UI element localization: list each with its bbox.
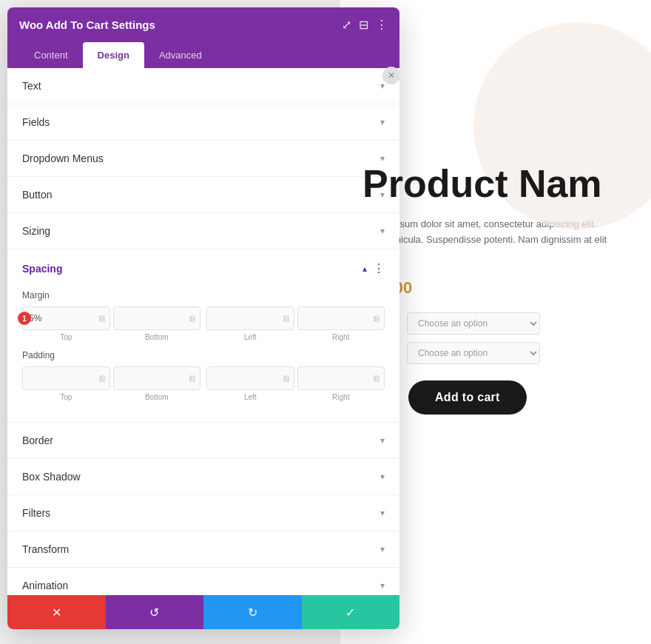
color-select[interactable]: Choose an option xyxy=(407,312,540,335)
columns-icon[interactable]: ⊟ xyxy=(359,18,368,32)
margin-bottom-wrapper: ⛓ xyxy=(113,306,201,330)
tab-content[interactable]: Content xyxy=(19,42,83,68)
margin-left-input[interactable] xyxy=(206,306,294,330)
section-text[interactable]: Text ▾ xyxy=(7,68,399,104)
tab-design[interactable]: Design xyxy=(83,42,144,68)
section-transform[interactable]: Transform ▾ xyxy=(7,531,399,568)
padding-tb-sublabels: Top Bottom xyxy=(22,393,200,401)
color-option-row: color Choose an option xyxy=(362,312,629,335)
margin-right-wrapper: ⛓ xyxy=(297,306,385,330)
padding-left-sublabel: Left xyxy=(206,393,294,401)
section-fields[interactable]: Fields ▾ xyxy=(7,104,399,141)
spacing-section: Spacing ▴ ⋮ Margin 1 ⛓ xyxy=(7,249,399,423)
spacing-header-right: ▴ ⋮ xyxy=(362,261,385,275)
border-chevron-icon: ▾ xyxy=(380,435,385,446)
section-dropdown-label: Dropdown Menus xyxy=(22,152,104,164)
section-dropdown-menus[interactable]: Dropdown Menus ▾ xyxy=(7,141,399,177)
spacing-header[interactable]: Spacing ▴ ⋮ xyxy=(7,249,399,287)
padding-left-link-icon: ⛓ xyxy=(283,375,290,383)
expand-icon[interactable]: ⤢ xyxy=(342,18,351,32)
margin-tb-sublabels: Top Bottom xyxy=(22,333,200,341)
product-price: $75.00 xyxy=(362,278,629,298)
padding-top-bottom-pair: ⛓ ⛓ xyxy=(22,366,200,390)
margin-lr-sublabels: Left Right xyxy=(206,333,385,341)
padding-sublabels: Top Bottom Left Right xyxy=(22,393,385,401)
fields-chevron-icon: ▾ xyxy=(380,117,385,127)
padding-left-right-pair: ⛓ ⛓ xyxy=(206,366,385,390)
panel-close-button[interactable]: ✕ xyxy=(382,67,399,84)
margin-right-link-icon: ⛓ xyxy=(373,315,380,323)
section-sizing-label: Sizing xyxy=(22,225,50,237)
section-animation[interactable]: Animation ▾ xyxy=(7,568,399,595)
spacing-content: Margin 1 ⛓ ⛓ xyxy=(7,287,399,422)
margin-left-right-pair: ⛓ ⛓ xyxy=(206,306,385,330)
margin-top-bottom-pair: ⛓ ⛓ xyxy=(22,306,200,330)
cancel-button[interactable]: ✕ xyxy=(7,595,106,629)
spacing-chevron-icon: ▴ xyxy=(362,264,367,274)
section-border[interactable]: Border ▾ xyxy=(7,423,399,459)
padding-right-wrapper: ⛓ xyxy=(297,366,385,390)
padding-top-sublabel: Top xyxy=(22,393,110,401)
padding-bottom-sublabel: Bottom xyxy=(113,393,201,401)
padding-label: Padding xyxy=(22,350,385,360)
section-box-shadow[interactable]: Box Shadow ▾ xyxy=(7,459,399,495)
padding-right-sublabel: Right xyxy=(297,393,385,401)
undo-button[interactable]: ↺ xyxy=(106,595,204,629)
margin-bottom-input[interactable] xyxy=(113,306,201,330)
margin-right-sublabel: Right xyxy=(297,333,385,341)
section-button-label: Button xyxy=(22,189,52,201)
margin-top-input[interactable] xyxy=(22,306,110,330)
section-filters[interactable]: Filters ▾ xyxy=(7,495,399,531)
padding-top-wrapper: ⛓ xyxy=(22,366,110,390)
product-name: Product Nam xyxy=(362,163,629,205)
padding-inputs: ⛓ ⛓ ⛓ ⛓ xyxy=(22,366,385,390)
margin-badge: 1 xyxy=(18,312,31,325)
section-border-label: Border xyxy=(22,435,53,446)
padding-top-input[interactable] xyxy=(22,366,110,390)
transform-chevron-icon: ▾ xyxy=(380,544,385,554)
size-select[interactable]: Choose an option xyxy=(407,342,540,364)
redo-button[interactable]: ↻ xyxy=(203,595,302,629)
padding-bottom-wrapper: ⛓ xyxy=(113,366,201,390)
section-sizing[interactable]: Sizing ▾ xyxy=(7,213,399,249)
animation-chevron-icon: ▾ xyxy=(380,580,385,591)
section-box-shadow-label: Box Shadow xyxy=(22,471,81,483)
section-fields-label: Fields xyxy=(22,116,50,128)
padding-bottom-input[interactable] xyxy=(113,366,201,390)
add-to-cart-button[interactable]: Add to cart xyxy=(408,380,527,415)
sizing-chevron-icon: ▾ xyxy=(380,226,385,236)
section-text-label: Text xyxy=(22,80,41,92)
spacing-title: Spacing xyxy=(22,263,62,275)
text-chevron-icon: ▾ xyxy=(380,81,385,91)
spacing-more-icon[interactable]: ⋮ xyxy=(373,261,385,275)
margin-sublabels: Top Bottom Left Right xyxy=(22,333,385,341)
margin-row: 1 ⛓ ⛓ xyxy=(22,306,385,330)
panel-header: Woo Add To Cart Settings ⤢ ⊟ ⋮ xyxy=(7,7,399,42)
panel-header-icons: ⤢ ⊟ ⋮ xyxy=(342,18,388,32)
padding-bottom-link-icon: ⛓ xyxy=(189,375,196,383)
filters-chevron-icon: ▾ xyxy=(380,508,385,518)
padding-left-wrapper: ⛓ xyxy=(206,366,294,390)
margin-right-input[interactable] xyxy=(297,306,385,330)
tabs: Content Design Advanced xyxy=(7,42,399,68)
section-button[interactable]: Button ▾ xyxy=(7,177,399,213)
padding-lr-sublabels: Left Right xyxy=(206,393,385,401)
padding-right-input[interactable] xyxy=(297,366,385,390)
margin-left-link-icon: ⛓ xyxy=(283,315,290,323)
more-icon[interactable]: ⋮ xyxy=(376,18,388,32)
save-button[interactable]: ✓ xyxy=(302,595,400,629)
margin-top-sublabel: Top xyxy=(22,333,110,341)
box-shadow-chevron-icon: ▾ xyxy=(380,472,385,482)
tab-advanced[interactable]: Advanced xyxy=(144,42,217,68)
section-transform-label: Transform xyxy=(22,543,69,555)
section-filters-label: Filters xyxy=(22,507,50,519)
padding-right-link-icon: ⛓ xyxy=(373,375,380,383)
padding-left-input[interactable] xyxy=(206,366,294,390)
section-animation-label: Animation xyxy=(22,580,68,591)
panel-title: Woo Add To Cart Settings xyxy=(19,19,155,31)
margin-left-sublabel: Left xyxy=(206,333,294,341)
settings-panel: Woo Add To Cart Settings ⤢ ⊟ ⋮ Content D… xyxy=(7,7,399,629)
padding-top-link-icon: ⛓ xyxy=(98,375,106,383)
product-options: color Choose an option size Choose an op… xyxy=(362,312,629,364)
margin-top-link-icon: ⛓ xyxy=(98,315,106,323)
